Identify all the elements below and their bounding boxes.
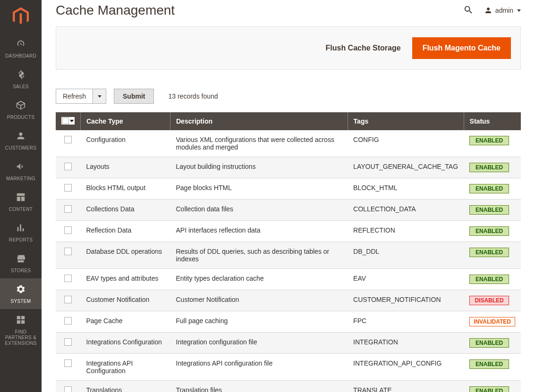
cell-description: Collection data files — [170, 200, 348, 221]
cell-description: Translation files — [170, 381, 348, 392]
sidebar-item-reports[interactable]: REPORTS — [0, 217, 42, 248]
cell-cache-type: Collections Data — [81, 200, 170, 221]
flush-magento-cache-button[interactable]: Flush Magento Cache — [412, 37, 511, 59]
cell-status: ENABLED — [464, 333, 521, 354]
cell-cache-type: Page Cache — [81, 311, 170, 333]
table-row: Page CacheFull page cachingFPCINVALIDATE… — [56, 311, 521, 333]
cell-description: Various XML configurations that were col… — [170, 130, 348, 157]
layout-icon — [16, 192, 26, 205]
col-header-select[interactable] — [56, 112, 81, 130]
chevron-down-icon — [517, 9, 521, 12]
status-badge: ENABLED — [469, 163, 509, 172]
submit-button[interactable]: Submit — [114, 89, 154, 104]
status-badge: ENABLED — [469, 386, 509, 392]
blocks-icon — [16, 315, 26, 327]
row-checkbox[interactable] — [64, 359, 72, 367]
mass-action-toggle[interactable] — [93, 89, 106, 103]
sidebar-item-sales[interactable]: SALES — [0, 64, 42, 94]
cell-tags: INTEGRATION_API_CONFIG — [348, 354, 464, 381]
admin-sidebar: DASHBOARDSALESPRODUCTSCUSTOMERSMARKETING… — [0, 0, 42, 392]
admin-user-menu[interactable]: admin — [484, 6, 521, 15]
sidebar-item-label: SYSTEM — [9, 299, 33, 304]
sidebar-item-stores[interactable]: STORES — [0, 248, 42, 278]
sidebar-item-marketing[interactable]: MARKETING — [0, 156, 42, 186]
row-checkbox[interactable] — [64, 205, 72, 213]
col-header-status[interactable]: Status — [464, 112, 521, 130]
box-icon — [16, 100, 26, 113]
flush-cache-storage-button[interactable]: Flush Cache Storage — [325, 44, 400, 52]
cell-tags: CONFIG — [348, 130, 464, 157]
grid-controls: Refresh Submit 13 records found — [56, 89, 521, 104]
cell-status: ENABLED — [464, 269, 521, 290]
status-badge: ENABLED — [469, 184, 509, 193]
cell-tags: FPC — [348, 311, 464, 333]
gear-icon — [16, 284, 26, 297]
cell-status: ENABLED — [464, 221, 521, 242]
sidebar-item-system[interactable]: SYSTEM — [0, 278, 42, 309]
page-header: Cache Management admin — [56, 0, 521, 18]
cell-cache-type: Configuration — [81, 130, 170, 157]
col-header-cache-type[interactable]: Cache Type — [81, 112, 170, 130]
status-badge: ENABLED — [469, 338, 509, 348]
sidebar-item-label: SALES — [11, 84, 31, 90]
cell-tags: COLLECTION_DATA — [348, 200, 464, 221]
sidebar-item-find-partners-extensions[interactable]: FIND PARTNERS & EXTENSIONS — [0, 309, 42, 351]
cell-tags: LAYOUT_GENERAL_CACHE_TAG — [348, 157, 464, 178]
chevron-down-icon — [98, 95, 102, 98]
cell-tags: EAV — [348, 269, 464, 290]
status-badge: INVALIDATED — [469, 317, 515, 326]
select-all-checkbox[interactable] — [61, 117, 75, 125]
row-checkbox[interactable] — [64, 226, 72, 234]
row-checkbox[interactable] — [64, 338, 72, 346]
row-checkbox[interactable] — [64, 136, 72, 143]
dollar-icon — [16, 69, 26, 82]
row-checkbox[interactable] — [64, 163, 72, 170]
mass-action-select[interactable]: Refresh — [56, 89, 106, 104]
cell-description: Full page caching — [170, 311, 348, 333]
cell-status: ENABLED — [464, 157, 521, 178]
table-row: TranslationsTranslation filesTRANSLATEEN… — [56, 381, 521, 392]
magento-logo-icon — [13, 7, 29, 26]
table-row: Database DDL operationsResults of DDL qu… — [56, 242, 521, 269]
table-row: ConfigurationVarious XML configurations … — [56, 130, 521, 157]
row-checkbox[interactable] — [64, 275, 72, 282]
cell-tags: INTEGRATION — [348, 333, 464, 354]
status-badge: ENABLED — [469, 226, 509, 236]
cell-cache-type: Reflection Data — [81, 221, 170, 242]
row-checkbox[interactable] — [64, 317, 72, 325]
cell-cache-type: EAV types and attributes — [81, 269, 170, 290]
cell-status: INVALIDATED — [464, 311, 521, 333]
sidebar-item-products[interactable]: PRODUCTS — [0, 94, 42, 125]
row-checkbox[interactable] — [64, 184, 72, 192]
sidebar-item-label: CUSTOMERS — [3, 145, 38, 151]
cell-cache-type: Customer Notification — [81, 290, 170, 311]
row-checkbox[interactable] — [64, 248, 72, 255]
cell-cache-type: Translations — [81, 381, 170, 392]
search-icon[interactable] — [463, 5, 474, 17]
cell-tags: CUSTOMER_NOTIFICATION — [348, 290, 464, 311]
status-badge: ENABLED — [469, 248, 509, 257]
col-header-description[interactable]: Description — [170, 112, 348, 130]
cell-description: Customer Notification — [170, 290, 348, 311]
cell-description: API interfaces reflection data — [170, 221, 348, 242]
magento-logo[interactable] — [0, 0, 42, 33]
sidebar-item-customers[interactable]: CUSTOMERS — [0, 125, 42, 156]
cell-status: DISABLED — [464, 290, 521, 311]
sidebar-item-label: STORES — [9, 268, 33, 274]
chevron-down-icon — [70, 120, 74, 122]
main-content: Cache Management admin Flush Cache Stora… — [42, 0, 535, 392]
cell-status: ENABLED — [464, 130, 521, 157]
records-found: 13 records found — [168, 92, 218, 100]
status-badge: ENABLED — [469, 275, 509, 284]
row-checkbox[interactable] — [64, 386, 72, 392]
status-badge: DISABLED — [469, 296, 509, 305]
admin-user-label: admin — [495, 7, 513, 14]
table-row: Customer NotificationCustomer Notificati… — [56, 290, 521, 311]
sidebar-item-dashboard[interactable]: DASHBOARD — [0, 33, 42, 64]
cell-cache-type: Blocks HTML output — [81, 178, 170, 200]
row-checkbox[interactable] — [64, 296, 72, 303]
sidebar-item-content[interactable]: CONTENT — [0, 186, 42, 217]
sidebar-item-label: CONTENT — [7, 207, 34, 212]
col-header-tags[interactable]: Tags — [348, 112, 464, 130]
sidebar-item-label: REPORTS — [7, 237, 34, 243]
